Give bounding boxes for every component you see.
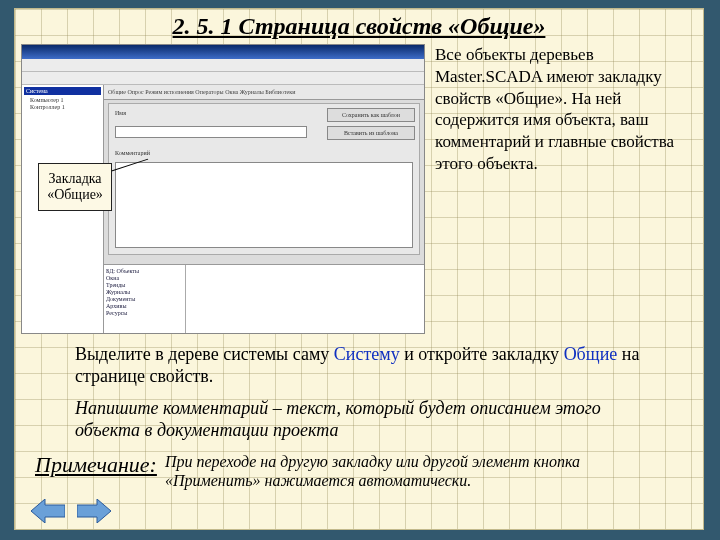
window-titlebar [22, 45, 424, 59]
text: и откройте закладку [400, 344, 564, 364]
svg-marker-0 [31, 499, 65, 523]
prev-arrow-icon[interactable] [31, 499, 65, 523]
comment-input [115, 162, 413, 248]
bottom-content [186, 265, 424, 333]
description-text: Все объекты деревьев Master.SCADA имеют … [425, 44, 697, 175]
page-frame: 2. 5. 1 Страница свойств «Общие» Система… [14, 8, 704, 530]
properties-tabs: Общие Опрос Режим исполнения Операторы О… [104, 85, 424, 100]
note: Примечание: При переходе на другую закла… [35, 452, 683, 490]
svg-marker-1 [77, 499, 111, 523]
instruction-1: Выделите в дереве системы саму Систему и… [75, 344, 643, 388]
list-item: Окна [106, 275, 183, 281]
name-input [115, 126, 307, 138]
link-general[interactable]: Общие [564, 344, 618, 364]
next-arrow-icon[interactable] [77, 499, 111, 523]
window-toolbar [22, 72, 424, 85]
masterscada-screenshot: Система Компьютер 1 Контроллер 1 Общие О… [21, 44, 425, 334]
bottom-panel: БД: Объекты Окна Тренды Журналы Документ… [104, 264, 424, 333]
tree-item: Контроллер 1 [30, 104, 101, 110]
instruction-2: Напишите комментарий – текст, который бу… [75, 398, 643, 442]
prop-label: Комментарий [115, 150, 150, 156]
page-title: 2. 5. 1 Страница свойств «Общие» [15, 13, 703, 40]
list-item: Тренды [106, 282, 183, 288]
window-menubar [22, 59, 424, 72]
nav-arrows [31, 499, 111, 523]
tree-root: Система [24, 87, 101, 95]
save-template-button: Сохранить как шаблон [327, 108, 415, 122]
text: Выделите в дереве системы саму [75, 344, 334, 364]
content-row: Система Компьютер 1 Контроллер 1 Общие О… [15, 44, 703, 334]
insert-template-button: Вставить из шаблона [327, 126, 415, 140]
object-tree: БД: Объекты Окна Тренды Журналы Документ… [104, 265, 186, 333]
link-system[interactable]: Систему [334, 344, 400, 364]
note-label: Примечание: [35, 452, 157, 478]
callout-label: Закладка «Общие» [38, 163, 112, 211]
list-item: БД: Объекты [106, 268, 183, 274]
prop-label: Имя [115, 110, 126, 116]
list-item: Ресурсы [106, 310, 183, 316]
list-item: Архивы [106, 303, 183, 309]
properties-area: Имя Сохранить как шаблон Вставить из шаб… [108, 103, 420, 255]
list-item: Журналы [106, 289, 183, 295]
list-item: Документы [106, 296, 183, 302]
tree-item: Компьютер 1 [30, 97, 101, 103]
properties-panel: Общие Опрос Режим исполнения Операторы О… [104, 85, 424, 333]
note-text: При переходе на другую закладку или друг… [165, 452, 683, 490]
